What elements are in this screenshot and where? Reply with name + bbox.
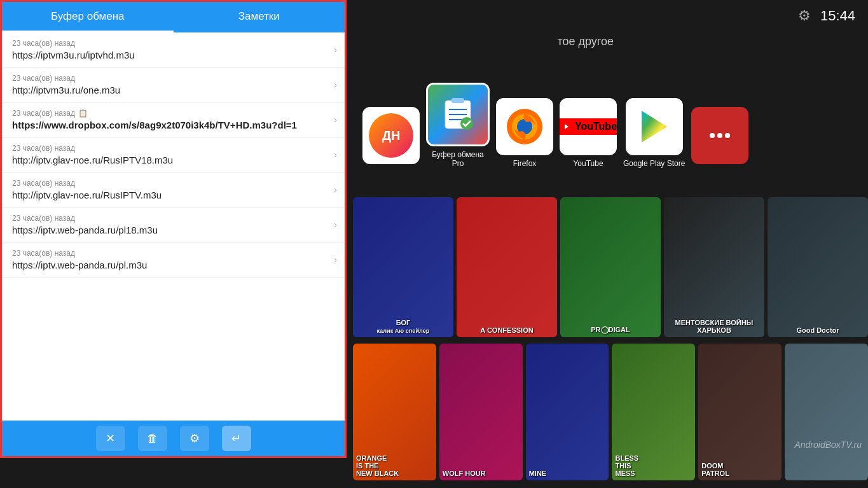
clipboard-entry-1[interactable]: 23 часа(ов) назад https://iptvm3u.ru/ipt… xyxy=(2,32,345,67)
app-firefox[interactable]: Firefox xyxy=(496,98,553,168)
entry-url-3: https://www.dropbox.com/s/8ag9x2t070i3k4… xyxy=(12,120,334,130)
clipboard-entry-7[interactable]: 23 часа(ов) назад https://iptv.web-panda… xyxy=(2,242,345,277)
tab-notes[interactable]: Заметки xyxy=(174,2,345,32)
entry-time-5: 23 часа(ов) назад xyxy=(12,179,334,188)
movie-bless-label: BLESSTHISMESS xyxy=(615,454,692,477)
svg-point-14 xyxy=(725,133,730,138)
movie-orange[interactable]: ORANGEIS THENEW BLACK xyxy=(353,344,436,480)
movie-prodigal-label: PR◯DIGAL xyxy=(563,326,658,334)
movie-gooddoctor-label: Good Doctor xyxy=(771,326,865,334)
entry-url-1: https://iptvm3u.ru/iptvhd.m3u xyxy=(12,50,334,60)
movie-bog-label: БОГкалик Аю спейлер xyxy=(356,319,450,334)
clipboard-entry-4[interactable]: 23 часа(ов) назад http://iptv.glav-noe.r… xyxy=(2,137,345,172)
movie-orange-label: ORANGEIS THENEW BLACK xyxy=(356,454,433,477)
movies-row-2: ORANGEIS THENEW BLACK WOLF HOUR MINE BLE… xyxy=(353,344,868,480)
settings-icon[interactable]: ⚙ xyxy=(798,8,811,24)
movie-extra[interactable] xyxy=(785,344,868,480)
app-icon-youtube: YouTube xyxy=(560,98,617,155)
app-play-store[interactable]: Google Play Store xyxy=(623,98,685,168)
app-dh-channel[interactable]: ДН xyxy=(362,107,420,168)
entry-arrow-3: › xyxy=(334,115,337,125)
movie-mentovskie[interactable]: МЕНТОВСКИЕ ВОЙНЫ ХАРЬКОВ xyxy=(664,197,764,337)
dh-logo: ДН xyxy=(369,113,413,158)
toolbar-paste-button[interactable]: ↵ xyxy=(222,426,251,451)
clipboard-toolbar: ✕ 🗑 ⚙ ↵ xyxy=(2,421,345,456)
entry-arrow-4: › xyxy=(334,150,337,160)
movie-doom-label: DOOMPATROL xyxy=(701,462,778,477)
movie-bog[interactable]: БОГкалик Аю спейлер xyxy=(353,197,453,337)
clock: 15:44 xyxy=(820,8,855,24)
movie-gooddoctor[interactable]: Good Doctor xyxy=(768,197,868,337)
entry-arrow-7: › xyxy=(334,254,337,265)
category-label: тое другое xyxy=(557,35,614,48)
clipboard-entry-2[interactable]: 23 часа(ов) назад http://iptvm3u.ru/one.… xyxy=(2,67,345,102)
movie-mentovskie-label: МЕНТОВСКИЕ ВОЙНЫ ХАРЬКОВ xyxy=(667,319,761,334)
app-more[interactable] xyxy=(691,107,748,168)
app-label-youtube: YouTube xyxy=(573,159,603,168)
clipboard-entry-6[interactable]: 23 часа(ов) назад https://iptv.web-panda… xyxy=(2,207,345,242)
app-youtube[interactable]: YouTube YouTube xyxy=(560,98,617,168)
entry-arrow-6: › xyxy=(334,220,337,230)
entry-url-4: http://iptv.glav-noe.ru/RusIPTV18.m3u xyxy=(12,155,334,165)
movies-row-1: БОГкалик Аю спейлер A CONFESSION PR◯DIGA… xyxy=(353,197,868,337)
entry-arrow-2: › xyxy=(334,80,337,90)
movie-prodigal[interactable]: PR◯DIGAL xyxy=(560,197,661,337)
movie-wolfhour[interactable]: WOLF HOUR xyxy=(439,344,523,480)
movie-doom[interactable]: DOOMPATROL xyxy=(698,344,782,480)
entry-time-6: 23 часа(ов) назад xyxy=(12,214,334,223)
toolbar-close-button[interactable]: ✕ xyxy=(96,426,125,451)
movie-confession[interactable]: A CONFESSION xyxy=(457,197,557,337)
entry-url-5: http://iptv.glav-noe.ru/RusIPTV.m3u xyxy=(12,190,334,200)
app-label-play-store: Google Play Store xyxy=(623,159,685,168)
app-icon-firefox xyxy=(496,98,553,155)
watermark: AndroidBoxTV.ru xyxy=(794,440,862,450)
svg-point-13 xyxy=(717,133,722,138)
svg-marker-11 xyxy=(642,111,667,143)
apps-row: ДН Буфер обмена Pro xyxy=(356,83,868,168)
entry-time-3: 23 часа(ов) назад 📋 xyxy=(12,109,334,118)
movie-wolfhour-label: WOLF HOUR xyxy=(443,470,520,477)
movie-mine[interactable]: MINE xyxy=(526,344,609,480)
clipboard-entry-3[interactable]: 23 часа(ов) назад 📋 https://www.dropbox.… xyxy=(2,102,345,137)
app-icon-play-store xyxy=(626,98,683,155)
entry-time-7: 23 часа(ов) назад xyxy=(12,249,334,258)
clipboard-panel: Буфер обмена Заметки 23 часа(ов) назад h… xyxy=(0,0,347,458)
movie-confession-label: A CONFESSION xyxy=(460,326,554,334)
clipboard-entries: 23 часа(ов) назад https://iptvm3u.ru/ipt… xyxy=(2,32,345,421)
entry-url-6: https://iptv.web-panda.ru/pl18.m3u xyxy=(12,225,334,235)
entry-time-1: 23 часа(ов) назад xyxy=(12,39,334,48)
clipboard-entry-5[interactable]: 23 часа(ов) назад http://iptv.glav-noe.r… xyxy=(2,172,345,207)
movie-mine-label: MINE xyxy=(529,470,606,477)
app-icon-clipboard xyxy=(426,83,490,146)
toolbar-delete-button[interactable]: 🗑 xyxy=(138,426,167,451)
app-icon-more xyxy=(691,107,748,164)
app-label-firefox: Firefox xyxy=(513,159,537,168)
app-label-clipboard: Буфер обмена Pro xyxy=(426,150,490,168)
entry-time-2: 23 часа(ов) назад xyxy=(12,74,334,83)
entry-url-2: http://iptvm3u.ru/one.m3u xyxy=(12,85,334,95)
svg-point-12 xyxy=(710,133,715,138)
tab-buffer[interactable]: Буфер обмена xyxy=(2,2,174,32)
svg-rect-1 xyxy=(451,98,464,103)
entry-arrow-1: › xyxy=(334,45,337,55)
entry-arrow-5: › xyxy=(334,185,337,195)
entry-time-4: 23 часа(ов) назад xyxy=(12,144,334,153)
app-icon-dh: ДН xyxy=(362,107,420,164)
clipboard-tabs: Буфер обмена Заметки xyxy=(2,2,345,32)
movie-bless[interactable]: BLESSTHISMESS xyxy=(612,344,695,480)
toolbar-settings-button[interactable]: ⚙ xyxy=(180,426,209,451)
entry-url-7: https://iptv.web-panda.ru/pl.m3u xyxy=(12,260,334,270)
calendar-icon: 📋 xyxy=(78,109,88,118)
app-clipboard-pro[interactable]: Буфер обмена Pro xyxy=(426,83,490,168)
svg-point-5 xyxy=(460,117,473,130)
